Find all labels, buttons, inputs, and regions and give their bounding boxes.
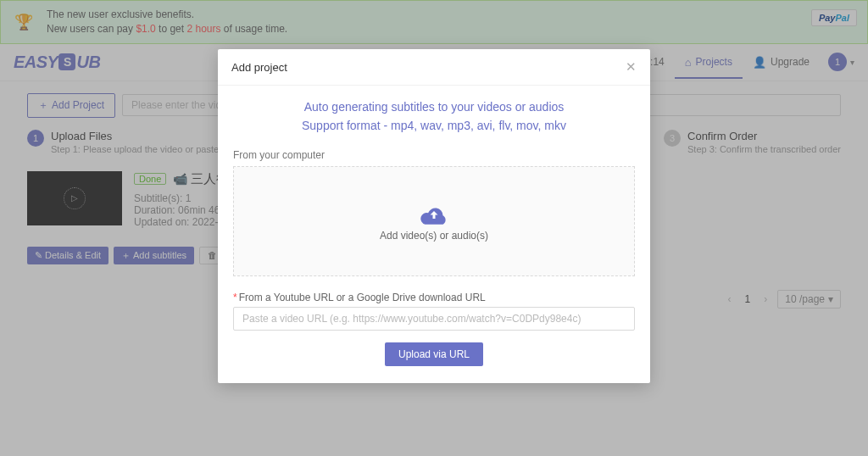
url-label: From a Youtube URL or a Google Drive dow…: [239, 292, 486, 303]
upload-via-url-button[interactable]: Upload via URL: [385, 342, 483, 366]
cloud-upload-icon: [419, 201, 449, 223]
url-input[interactable]: [233, 307, 635, 331]
modal-title: Add project: [231, 61, 287, 74]
from-computer-label: From your computer: [233, 149, 635, 161]
required-star: *: [233, 292, 237, 303]
modal-hero-line2: Support format - mp4, wav, mp3, avi, flv…: [233, 116, 635, 135]
close-icon[interactable]: ✕: [626, 59, 637, 75]
upload-dropzone[interactable]: Add video(s) or audio(s): [233, 166, 635, 276]
dropzone-text: Add video(s) or audio(s): [380, 230, 488, 242]
add-project-modal: Add project ✕ Auto generating subtitles …: [218, 49, 650, 383]
modal-overlay[interactable]: Add project ✕ Auto generating subtitles …: [0, 0, 868, 456]
modal-hero-line1: Auto generating subtitles to your videos…: [233, 97, 635, 116]
